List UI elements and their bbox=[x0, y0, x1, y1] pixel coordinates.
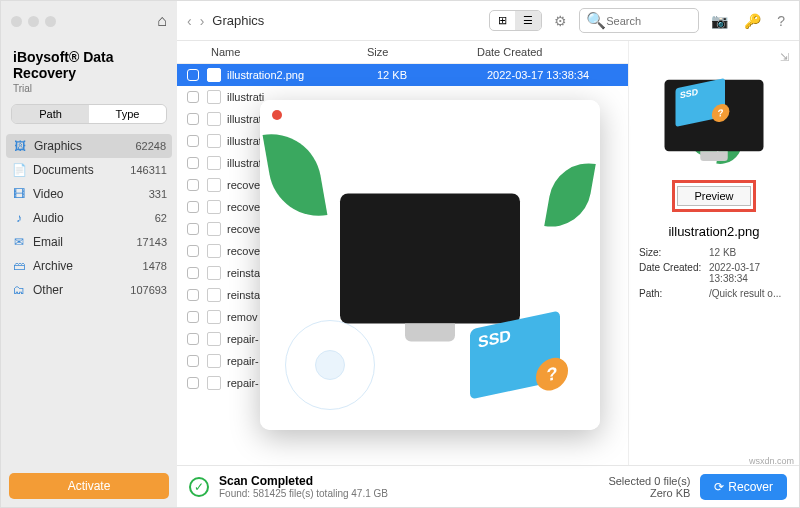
category-icon: 📄 bbox=[11, 163, 27, 177]
selected-size: Zero KB bbox=[608, 487, 690, 499]
row-checkbox[interactable] bbox=[187, 267, 199, 279]
sidebar-item-archive[interactable]: 🗃Archive1478 bbox=[1, 254, 177, 278]
preview-filename: illustration2.png bbox=[668, 224, 759, 239]
category-icon: 🗂 bbox=[11, 283, 27, 297]
filter-icon[interactable]: ⚙ bbox=[550, 13, 571, 29]
app-title: iBoysoft® Data Recovery bbox=[13, 49, 165, 81]
nav-back-icon[interactable]: ‹ bbox=[187, 13, 192, 29]
scan-title: Scan Completed bbox=[219, 474, 313, 488]
file-icon bbox=[207, 90, 221, 104]
scan-sub: Found: 581425 file(s) totaling 47.1 GB bbox=[219, 488, 388, 499]
row-checkbox[interactable] bbox=[187, 333, 199, 345]
row-checkbox[interactable] bbox=[187, 69, 199, 81]
table-row[interactable]: illustration2.png12 KB2022-03-17 13:38:3… bbox=[177, 64, 628, 86]
preview-popup[interactable]: SSD? bbox=[260, 100, 600, 430]
row-checkbox[interactable] bbox=[187, 135, 199, 147]
file-icon bbox=[207, 222, 221, 236]
activate-button[interactable]: Activate bbox=[9, 473, 169, 499]
row-checkbox[interactable] bbox=[187, 289, 199, 301]
home-icon[interactable]: ⌂ bbox=[157, 12, 167, 30]
file-icon bbox=[207, 156, 221, 170]
row-checkbox[interactable] bbox=[187, 377, 199, 389]
row-checkbox[interactable] bbox=[187, 223, 199, 235]
category-icon: 🗃 bbox=[11, 259, 27, 273]
close-dot[interactable] bbox=[11, 16, 22, 27]
row-checkbox[interactable] bbox=[187, 157, 199, 169]
category-icon: ♪ bbox=[11, 211, 27, 225]
preview-button[interactable]: Preview bbox=[677, 186, 750, 206]
row-checkbox[interactable] bbox=[187, 91, 199, 103]
list-view-icon[interactable]: ☰ bbox=[515, 11, 541, 30]
breadcrumb: Graphics bbox=[212, 13, 264, 28]
search-icon: 🔍 bbox=[586, 11, 606, 30]
recover-icon: ⟳ bbox=[714, 480, 724, 494]
category-icon: 🖼 bbox=[12, 139, 28, 153]
preview-thumbnail: SSD? bbox=[654, 74, 774, 164]
key-icon[interactable]: 🔑 bbox=[740, 13, 765, 29]
sidebar-item-other[interactable]: 🗂Other107693 bbox=[1, 278, 177, 302]
row-checkbox[interactable] bbox=[187, 201, 199, 213]
popup-image: SSD? bbox=[260, 100, 600, 430]
view-toggle[interactable]: ⊞ ☰ bbox=[489, 10, 542, 31]
file-icon bbox=[207, 266, 221, 280]
sidebar-item-audio[interactable]: ♪Audio62 bbox=[1, 206, 177, 230]
preview-expand-icon[interactable]: ⇲ bbox=[780, 51, 789, 64]
col-name[interactable]: Name bbox=[187, 46, 367, 58]
col-size[interactable]: Size bbox=[367, 46, 477, 58]
sidebar-item-email[interactable]: ✉Email17143 bbox=[1, 230, 177, 254]
file-icon bbox=[207, 134, 221, 148]
file-icon bbox=[207, 310, 221, 324]
file-icon bbox=[207, 376, 221, 390]
tab-type[interactable]: Type bbox=[89, 105, 166, 123]
sidebar-item-graphics[interactable]: 🖼Graphics62248 bbox=[6, 134, 172, 158]
preview-button-highlight: Preview bbox=[672, 180, 755, 212]
help-icon[interactable]: ? bbox=[773, 13, 789, 29]
category-icon: ✉ bbox=[11, 235, 27, 249]
file-icon bbox=[207, 200, 221, 214]
category-icon: 🎞 bbox=[11, 187, 27, 201]
sidebar-item-video[interactable]: 🎞Video331 bbox=[1, 182, 177, 206]
row-checkbox[interactable] bbox=[187, 245, 199, 257]
row-checkbox[interactable] bbox=[187, 113, 199, 125]
grid-view-icon[interactable]: ⊞ bbox=[490, 11, 515, 30]
row-checkbox[interactable] bbox=[187, 179, 199, 191]
file-icon bbox=[207, 244, 221, 258]
search-input[interactable] bbox=[606, 15, 696, 27]
trial-label: Trial bbox=[1, 83, 177, 100]
file-icon bbox=[207, 178, 221, 192]
row-checkbox[interactable] bbox=[187, 311, 199, 323]
nav-forward-icon[interactable]: › bbox=[200, 13, 205, 29]
check-icon: ✓ bbox=[189, 477, 209, 497]
sidebar-item-documents[interactable]: 📄Documents146311 bbox=[1, 158, 177, 182]
row-checkbox[interactable] bbox=[187, 355, 199, 367]
file-icon bbox=[207, 68, 221, 82]
watermark: wsxdn.com bbox=[749, 456, 794, 466]
file-icon bbox=[207, 112, 221, 126]
min-dot[interactable] bbox=[28, 16, 39, 27]
file-icon bbox=[207, 354, 221, 368]
tab-path[interactable]: Path bbox=[12, 105, 89, 123]
max-dot[interactable] bbox=[45, 16, 56, 27]
file-icon bbox=[207, 332, 221, 346]
col-date[interactable]: Date Created bbox=[477, 46, 618, 58]
file-icon bbox=[207, 288, 221, 302]
search-box[interactable]: 🔍 bbox=[579, 8, 699, 33]
camera-icon[interactable]: 📷 bbox=[707, 13, 732, 29]
selected-count: Selected 0 file(s) bbox=[608, 475, 690, 487]
recover-button[interactable]: ⟳ Recover bbox=[700, 474, 787, 500]
